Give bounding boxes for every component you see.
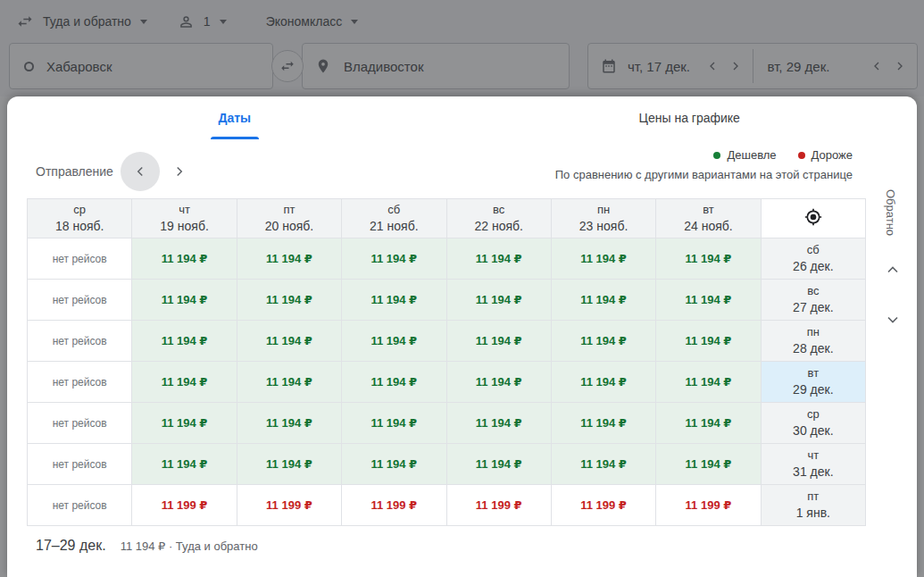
no-flights-cell: нет рейсов: [28, 444, 132, 485]
next-dates-button[interactable]: [160, 152, 199, 191]
price-cell[interactable]: 11 194 ₽: [132, 238, 237, 280]
price-cell[interactable]: 11 194 ₽: [132, 362, 237, 403]
grid-row: нет рейсов11 194 ₽11 194 ₽11 194 ₽11 194…: [28, 403, 866, 444]
summary-price: 11 194 ₽ · Туда и обратно: [121, 539, 258, 553]
price-cell[interactable]: 11 194 ₽: [446, 362, 551, 403]
return-date-cell-selected[interactable]: вт29 дек.: [761, 362, 865, 403]
date-grid-modal: Даты Цены на графике Отправление Дешевле: [7, 96, 917, 577]
return-date-cell[interactable]: ср30 дек.: [761, 403, 865, 444]
price-cell[interactable]: 11 199 ₽: [132, 485, 237, 526]
departure-date-header: пн23 нояб.: [551, 199, 655, 238]
price-cell[interactable]: 11 194 ₽: [446, 444, 551, 485]
scroll-down-button[interactable]: [880, 307, 905, 332]
price-cell[interactable]: 11 194 ₽: [446, 403, 551, 444]
price-cell[interactable]: 11 194 ₽: [656, 403, 761, 444]
price-cell[interactable]: 11 194 ₽: [446, 280, 551, 321]
price-cell[interactable]: 11 194 ₽: [237, 403, 341, 444]
grid-row: нет рейсов11 194 ₽11 194 ₽11 194 ₽11 194…: [28, 238, 866, 280]
price-cell[interactable]: 11 194 ₽: [342, 280, 446, 321]
price-cell[interactable]: 11 194 ₽: [132, 280, 237, 321]
price-cell[interactable]: 11 194 ₽: [551, 238, 655, 280]
no-flights-cell: нет рейсов: [28, 362, 132, 403]
tab-dates-label: Даты: [218, 111, 251, 125]
price-cell[interactable]: 11 199 ₽: [656, 485, 761, 526]
date-price-grid: ср18 нояб.чт19 нояб.пт20 нояб.сб21 нояб.…: [27, 198, 866, 526]
pricier-label: Дороже: [812, 148, 853, 162]
no-flights-cell: нет рейсов: [28, 321, 132, 362]
return-date-cell[interactable]: сб26 дек.: [761, 238, 865, 280]
price-cell[interactable]: 11 194 ₽: [342, 238, 446, 280]
price-legend: Дешевле Дороже По сравнению с другими ва…: [555, 148, 853, 181]
departure-label: Отправление: [36, 164, 113, 179]
grid-row: нет рейсов11 199 ₽11 199 ₽11 199 ₽11 199…: [28, 485, 866, 526]
grid-row: нет рейсов11 194 ₽11 194 ₽11 194 ₽11 194…: [28, 321, 866, 362]
tab-price-graph[interactable]: Цены на графике: [462, 96, 918, 139]
price-cell[interactable]: 11 194 ₽: [656, 362, 761, 403]
price-cell[interactable]: 11 194 ₽: [237, 280, 341, 321]
cheaper-dot-icon: [713, 152, 720, 159]
price-cell[interactable]: 11 194 ₽: [237, 362, 341, 403]
grid-row: нет рейсов11 194 ₽11 194 ₽11 194 ₽11 194…: [28, 362, 866, 403]
no-flights-cell: нет рейсов: [28, 238, 132, 280]
price-cell[interactable]: 11 194 ₽: [656, 444, 761, 485]
return-date-cell[interactable]: пт1 янв.: [761, 485, 865, 526]
no-flights-cell: нет рейсов: [28, 280, 132, 321]
return-date-cell[interactable]: вс27 дек.: [761, 280, 865, 321]
departure-date-header: ср18 нояб.: [28, 199, 132, 238]
price-cell[interactable]: 11 194 ₽: [551, 403, 655, 444]
price-cell[interactable]: 11 199 ₽: [446, 485, 551, 526]
grid-row: нет рейсов11 194 ₽11 194 ₽11 194 ₽11 194…: [28, 444, 866, 485]
price-cell[interactable]: 11 194 ₽: [237, 321, 341, 362]
price-cell[interactable]: 11 194 ₽: [132, 403, 237, 444]
my-location-icon[interactable]: [761, 199, 865, 238]
price-cell[interactable]: 11 194 ₽: [656, 238, 761, 280]
price-cell[interactable]: 11 199 ₽: [342, 485, 446, 526]
price-cell[interactable]: 11 194 ₽: [446, 238, 551, 280]
price-cell[interactable]: 11 194 ₽: [342, 403, 446, 444]
price-cell[interactable]: 11 194 ₽: [237, 444, 341, 485]
price-cell[interactable]: 11 199 ₽: [551, 485, 655, 526]
price-cell[interactable]: 11 194 ₽: [237, 238, 341, 280]
departure-date-header: сб21 нояб.: [342, 199, 446, 238]
departure-date-header: вс22 нояб.: [446, 199, 551, 238]
selection-summary: 17–29 дек. 11 194 ₽ · Туда и обратно: [36, 538, 258, 554]
price-cell[interactable]: 11 194 ₽: [132, 444, 237, 485]
price-cell[interactable]: 11 194 ₽: [446, 321, 551, 362]
price-cell[interactable]: 11 194 ₽: [342, 444, 446, 485]
return-axis-label: Обратно: [884, 189, 897, 236]
scroll-up-button[interactable]: [880, 257, 905, 282]
no-flights-cell: нет рейсов: [28, 403, 132, 444]
departure-date-header: вт24 нояб.: [656, 199, 761, 238]
price-cell[interactable]: 11 194 ₽: [656, 321, 761, 362]
price-cell[interactable]: 11 194 ₽: [656, 280, 761, 321]
tab-dates[interactable]: Даты: [7, 96, 462, 139]
modal-tabs: Даты Цены на графике: [7, 96, 917, 139]
no-flights-cell: нет рейсов: [28, 485, 132, 526]
grid-row: нет рейсов11 194 ₽11 194 ₽11 194 ₽11 194…: [28, 280, 866, 321]
pricier-dot-icon: [798, 152, 805, 159]
price-cell[interactable]: 11 194 ₽: [551, 321, 655, 362]
return-date-cell[interactable]: чт31 дек.: [761, 444, 865, 485]
price-cell[interactable]: 11 194 ₽: [342, 321, 446, 362]
price-cell[interactable]: 11 199 ₽: [237, 485, 341, 526]
departure-nav-row: Отправление: [36, 150, 199, 193]
cheaper-label: Дешевле: [727, 148, 776, 162]
price-cell[interactable]: 11 194 ₽: [132, 321, 237, 362]
tab-price-graph-label: Цены на графике: [639, 111, 740, 125]
departure-date-header: пт20 нояб.: [237, 199, 341, 238]
price-cell[interactable]: 11 194 ₽: [551, 362, 655, 403]
price-cell[interactable]: 11 194 ₽: [551, 280, 655, 321]
google-flights-page: Туда и обратно 1 Экономкласс Хабаровск В…: [0, 0, 924, 577]
price-cell[interactable]: 11 194 ₽: [342, 362, 446, 403]
legend-note: По сравнению с другими вариантами на это…: [555, 168, 853, 181]
prev-dates-button[interactable]: [121, 152, 160, 191]
active-tab-indicator: [211, 137, 259, 139]
price-cell[interactable]: 11 194 ₽: [551, 444, 655, 485]
return-date-cell[interactable]: пн28 дек.: [761, 321, 865, 362]
summary-dates: 17–29 дек.: [36, 538, 106, 554]
departure-date-header: чт19 нояб.: [132, 199, 237, 238]
